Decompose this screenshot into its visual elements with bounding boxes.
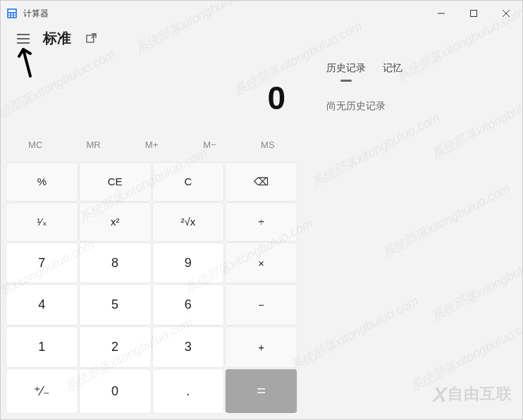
keypad: % CE C ⌫ ¹⁄ₓ x² ²√x ÷ 7 8 9 × 4 5 6 − 1 … [6, 163, 297, 413]
digit-5-key[interactable]: 5 [80, 285, 151, 325]
hamburger-menu-button[interactable] [15, 30, 32, 47]
titlebar: 计算器 [1, 1, 522, 26]
svg-rect-7 [14, 16, 16, 17]
memory-recall-button[interactable]: MR [64, 134, 122, 156]
maximize-button[interactable] [457, 1, 490, 26]
memory-subtract-button[interactable]: M− [180, 134, 238, 156]
digit-0-key[interactable]: 0 [80, 369, 151, 413]
digit-2-key[interactable]: 2 [80, 327, 151, 367]
svg-rect-15 [87, 35, 94, 42]
reciprocal-key[interactable]: ¹⁄ₓ [6, 203, 78, 241]
tab-memory[interactable]: 记忆 [383, 59, 402, 78]
digit-3-key[interactable]: 3 [153, 327, 224, 367]
svg-rect-1 [8, 10, 16, 12]
decimal-key[interactable]: . [153, 369, 224, 413]
close-button[interactable] [490, 1, 522, 26]
mode-title: 标准 [43, 29, 71, 48]
digit-9-key[interactable]: 9 [153, 243, 224, 283]
digit-6-key[interactable]: 6 [153, 285, 224, 325]
clear-entry-key[interactable]: CE [80, 163, 151, 201]
history-empty-text: 尚无历史记录 [311, 80, 514, 113]
percent-key[interactable]: % [6, 163, 78, 201]
minimize-button[interactable] [425, 1, 457, 26]
app-title: 计算器 [23, 8, 49, 20]
memory-store-button[interactable]: MS [239, 134, 297, 156]
memory-toolbar: MC MR M+ M− MS [6, 131, 297, 163]
square-key[interactable]: x² [80, 203, 151, 241]
svg-rect-6 [11, 16, 13, 17]
backspace-key[interactable]: ⌫ [226, 163, 297, 201]
digit-1-key[interactable]: 1 [6, 327, 78, 367]
sqrt-key[interactable]: ²√x [153, 203, 224, 241]
svg-rect-4 [14, 13, 16, 15]
memory-add-button[interactable]: M+ [123, 134, 180, 156]
digit-4-key[interactable]: 4 [6, 285, 78, 325]
svg-rect-9 [471, 11, 477, 17]
keep-on-top-button[interactable] [82, 30, 99, 47]
plus-key[interactable]: + [226, 327, 297, 367]
equals-key[interactable]: = [226, 369, 297, 413]
calculator-app-icon [6, 8, 18, 19]
svg-rect-5 [8, 16, 10, 17]
digit-8-key[interactable]: 8 [80, 243, 151, 283]
tab-history[interactable]: 历史记录 [326, 59, 366, 78]
divide-key[interactable]: ÷ [226, 203, 297, 241]
history-pane: 历史记录 记忆 尚无历史记录 [302, 56, 522, 419]
result-display: 0 [6, 56, 297, 131]
svg-rect-2 [8, 13, 10, 15]
mode-header: 标准 [1, 26, 522, 56]
negate-key[interactable]: ⁺⁄₋ [6, 369, 78, 413]
clear-key[interactable]: C [153, 163, 224, 201]
memory-clear-button[interactable]: MC [6, 134, 64, 156]
minus-key[interactable]: − [226, 285, 297, 325]
calculator-pane: 0 MC MR M+ M− MS % CE C ⌫ ¹⁄ₓ x² ²√x ÷ 7… [1, 56, 302, 419]
digit-7-key[interactable]: 7 [6, 243, 78, 283]
svg-rect-3 [11, 13, 13, 15]
multiply-key[interactable]: × [226, 243, 297, 283]
